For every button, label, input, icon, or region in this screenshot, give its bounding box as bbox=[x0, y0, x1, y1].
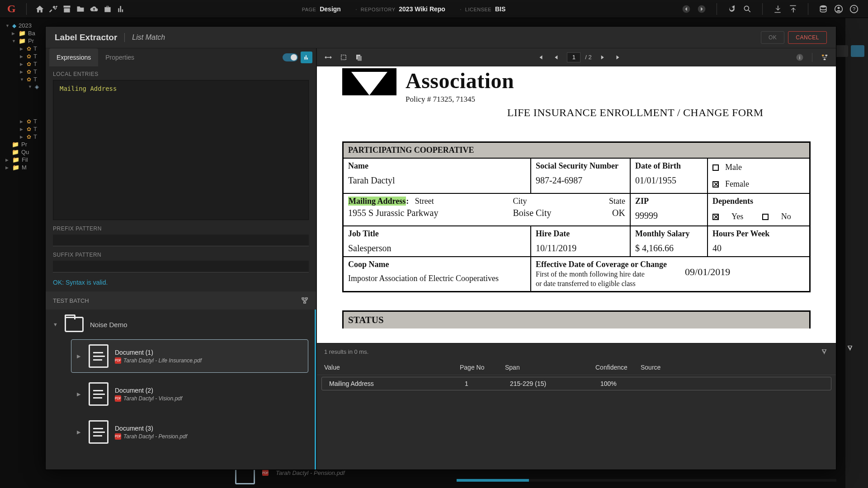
toggle-switch[interactable] bbox=[283, 53, 298, 61]
briefcase-icon[interactable] bbox=[101, 2, 114, 16]
col-span[interactable]: Span bbox=[505, 364, 595, 371]
folder-icon[interactable] bbox=[74, 2, 87, 16]
batch-doc-file: Tarah Dactyl - Vision.pdf bbox=[123, 395, 182, 402]
tab-properties[interactable]: Properties bbox=[98, 48, 142, 66]
modal-title: Label Extractor bbox=[55, 33, 117, 42]
test-batch-header: TEST BATCH bbox=[46, 291, 316, 310]
stats-icon[interactable] bbox=[114, 2, 128, 16]
next-page-icon[interactable] bbox=[596, 52, 608, 63]
field-value: 1955 S Jurassic Parkway bbox=[348, 206, 513, 218]
tree-item[interactable]: T bbox=[33, 53, 37, 60]
tree-root[interactable]: 2023 bbox=[19, 22, 32, 29]
prev-page-icon[interactable] bbox=[551, 52, 562, 63]
filter-icon[interactable]: ⛛ bbox=[821, 347, 829, 357]
info-icon[interactable]: i bbox=[794, 52, 806, 63]
tree-item[interactable]: Pr bbox=[28, 38, 34, 44]
status-section: STATUS bbox=[342, 310, 811, 328]
archive-icon[interactable] bbox=[60, 2, 74, 16]
nav-forward-icon[interactable] bbox=[695, 2, 708, 16]
view-mode-2[interactable] bbox=[851, 45, 864, 57]
col-confidence[interactable]: Confidence bbox=[595, 364, 641, 371]
tree-item[interactable]: Fil bbox=[22, 156, 28, 163]
field-sublabel: State bbox=[609, 197, 625, 206]
select-region-icon[interactable] bbox=[338, 52, 349, 63]
tree-item[interactable]: T bbox=[33, 45, 37, 52]
document-preview[interactable]: Association Policy # 71325, 71345 LIFE I… bbox=[317, 66, 836, 343]
field-value: Impostor Association of Electric Coopera… bbox=[348, 272, 526, 283]
tree-item[interactable]: Ba bbox=[28, 30, 35, 37]
tools-icon[interactable] bbox=[47, 2, 60, 16]
first-page-icon[interactable] bbox=[534, 52, 546, 63]
user-icon[interactable] bbox=[832, 2, 845, 16]
prefix-pattern-input[interactable] bbox=[53, 235, 309, 246]
cloud-upload-icon[interactable] bbox=[87, 2, 101, 16]
preview-toolbar: / 2 i bbox=[317, 48, 836, 66]
help-icon[interactable]: ? bbox=[847, 2, 861, 16]
results-columns: Value Page No Span Confidence Source bbox=[317, 360, 836, 375]
tree-item[interactable]: T bbox=[33, 61, 37, 67]
home-icon[interactable] bbox=[33, 2, 47, 16]
col-page[interactable]: Page No bbox=[460, 364, 505, 371]
ok-button[interactable]: OK bbox=[761, 31, 784, 44]
field-note: or date transferred to eligible class bbox=[536, 280, 636, 287]
chevron-right-icon[interactable]: ▶ bbox=[77, 429, 82, 435]
local-entries-editor[interactable]: Mailing Address bbox=[53, 80, 309, 220]
refresh-icon[interactable] bbox=[725, 2, 739, 16]
tree-item[interactable]: T bbox=[33, 76, 37, 83]
batch-doc-title: Document (2) bbox=[115, 387, 182, 394]
folder-icon bbox=[65, 317, 84, 332]
database-icon[interactable] bbox=[816, 2, 830, 16]
horizontal-scrollbar[interactable] bbox=[457, 479, 836, 482]
modal-header: Label Extractor List Match OK CANCEL bbox=[46, 27, 836, 48]
search-icon[interactable] bbox=[741, 2, 754, 16]
batch-document[interactable]: ▶ Document (1) PDFTarah Dactyl - Life In… bbox=[71, 339, 308, 373]
batch-folder[interactable]: ▼ Noise Demo bbox=[52, 314, 308, 335]
checkbox-dep-no bbox=[762, 214, 769, 220]
tree-item[interactable]: T bbox=[33, 118, 37, 125]
hierarchy-icon[interactable] bbox=[301, 296, 309, 305]
tab-expressions[interactable]: Expressions bbox=[49, 48, 98, 66]
field-label: Female bbox=[725, 179, 749, 189]
col-source[interactable]: Source bbox=[641, 364, 829, 371]
fit-width-icon[interactable] bbox=[322, 52, 334, 63]
download-icon[interactable] bbox=[771, 2, 784, 16]
hierarchy-icon[interactable] bbox=[819, 52, 830, 63]
svg-text:i: i bbox=[799, 54, 800, 60]
page-number-input[interactable] bbox=[567, 52, 580, 62]
chevron-right-icon[interactable]: ▶ bbox=[77, 353, 82, 359]
bg-doc-filename: Tarah Dactyl - Pension.pdf bbox=[276, 469, 345, 476]
tree-item[interactable]: T bbox=[33, 133, 37, 140]
entry-line: Mailing Address bbox=[57, 84, 305, 93]
batch-document[interactable]: ▶ Document (2) PDFTarah Dactyl - Vision.… bbox=[71, 377, 308, 411]
filter-icon[interactable]: ⛛ bbox=[846, 343, 854, 353]
document-icon bbox=[89, 420, 108, 444]
chevron-right-icon[interactable]: ▶ bbox=[77, 391, 82, 397]
section-header: STATUS bbox=[344, 312, 809, 328]
tree-item[interactable]: Pr bbox=[21, 141, 27, 148]
prefix-pattern-label: PREFIX PATTERN bbox=[53, 225, 309, 232]
tree-item[interactable]: T bbox=[33, 126, 37, 132]
cancel-button[interactable]: CANCEL bbox=[788, 31, 827, 44]
tree-item[interactable]: M bbox=[22, 164, 27, 171]
field-note: First of the month following hire date bbox=[536, 270, 645, 278]
tree-item[interactable]: T bbox=[33, 68, 37, 75]
company-name: Association bbox=[406, 68, 514, 93]
suffix-pattern-input[interactable] bbox=[53, 261, 309, 272]
field-label: Job Title bbox=[348, 229, 526, 239]
stats-toggle-button[interactable] bbox=[301, 52, 312, 63]
chevron-down-icon[interactable]: ▼ bbox=[53, 322, 58, 327]
svg-point-3 bbox=[820, 5, 826, 7]
batch-document[interactable]: ▶ Document (3) PDFTarah Dactyl - Pension… bbox=[71, 415, 308, 449]
field-value: Tarah Dactyl bbox=[348, 174, 526, 186]
tree-item[interactable]: Qu bbox=[21, 149, 29, 155]
nav-back-icon[interactable] bbox=[679, 2, 693, 16]
view-mode-1[interactable] bbox=[835, 45, 848, 57]
last-page-icon[interactable] bbox=[613, 52, 624, 63]
col-value[interactable]: Value bbox=[324, 364, 460, 371]
field-sublabel: Street bbox=[415, 197, 434, 206]
pdf-badge-icon: PDF bbox=[115, 433, 121, 440]
upload-icon[interactable] bbox=[786, 2, 800, 16]
copy-icon[interactable] bbox=[353, 52, 365, 63]
svg-rect-13 bbox=[822, 55, 824, 56]
result-row[interactable]: Mailing Address 1 215-229 (15) 100% bbox=[321, 377, 831, 390]
